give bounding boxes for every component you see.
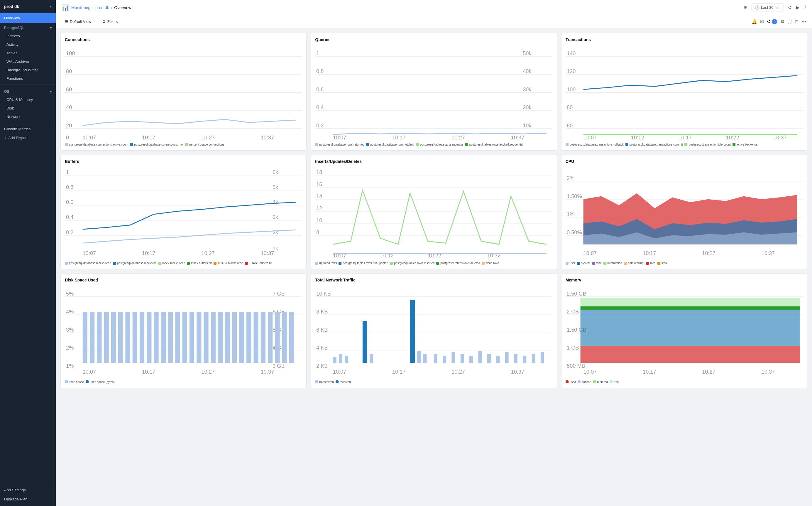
svg-text:5%: 5% [66, 290, 74, 297]
svg-rect-115 [90, 312, 94, 363]
sidebar-item-custom-metrics[interactable]: Custom Metrics [0, 125, 56, 133]
svg-text:0.6: 0.6 [66, 199, 73, 205]
svg-text:2 KB: 2 KB [316, 363, 328, 369]
sidebar-item-upgrade-plan[interactable]: Upgrade Plan [0, 495, 56, 504]
sidebar-item-app-settings[interactable]: App Settings [0, 486, 56, 495]
help-icon[interactable]: ? [804, 5, 806, 10]
play-icon[interactable]: ▶ [796, 5, 799, 10]
time-range-selector[interactable]: 🕐 Last 30 min [751, 4, 784, 11]
svg-rect-136 [239, 312, 244, 363]
chart-connections-area: 100 80 60 40 20 0 10:07 10:17 10:27 10:3… [65, 44, 302, 141]
svg-rect-171 [487, 354, 491, 363]
svg-text:10:17: 10:17 [142, 135, 156, 141]
main-content: 📊 Monitoring › prod db › Overview ⊞ 🕐 La… [56, 0, 812, 506]
svg-text:10:37: 10:37 [761, 250, 775, 256]
breadcrumb-monitoring[interactable]: Monitoring [71, 5, 90, 10]
chart-queries-area: 1 0.8 0.6 0.4 0.2 50k 40k 30k 20k 10k 10… [315, 44, 552, 141]
svg-text:10:37: 10:37 [511, 369, 524, 375]
svg-rect-166 [443, 356, 446, 363]
chart-connections-title: Connections [65, 37, 302, 42]
svg-text:4k: 4k [273, 199, 278, 205]
svg-text:10:07: 10:07 [333, 252, 346, 259]
sidebar-item-cpu-memory[interactable]: CPU & Memory [0, 95, 56, 104]
svg-text:0.4: 0.4 [316, 104, 324, 110]
notification-badge[interactable]: 0 [772, 19, 777, 24]
chart-disk-area: 5% 4% 3% 2% 1% 7 GB 6 GB 5 GB 4 GB 3 GB [65, 285, 302, 378]
chart-cpu-area: 2% 1.50% 1% 0.50% 10:07 10:17 10:27 [566, 166, 803, 259]
svg-rect-134 [225, 312, 230, 363]
bell-icon[interactable]: 🔔 [751, 19, 757, 24]
svg-text:2%: 2% [567, 175, 574, 181]
svg-text:10 KB: 10 KB [316, 290, 331, 297]
dashboard: Connections 100 80 60 40 20 [56, 28, 812, 506]
svg-text:0.2: 0.2 [66, 229, 73, 235]
default-view-button[interactable]: ☰ Default View [62, 18, 94, 25]
svg-text:0.50%: 0.50% [567, 229, 582, 235]
svg-text:10:37: 10:37 [773, 135, 787, 141]
chart-inserts-title: Inserts/Updates/Deletes [315, 159, 552, 164]
svg-rect-132 [211, 312, 216, 363]
chart-network-legend: transmitted received [315, 381, 552, 384]
mail-icon[interactable]: ✉ [760, 19, 764, 24]
sidebar-item-functions[interactable]: Functions [0, 74, 56, 83]
sidebar-item-tables[interactable]: Tables [0, 49, 56, 57]
chart-memory: Memory 2.50 GB 2 GB 1.50 GB 1 GB 500 MB [561, 273, 807, 388]
svg-text:10:27: 10:27 [452, 135, 465, 141]
svg-rect-129 [190, 312, 194, 363]
sidebar-item-disk[interactable]: Disk [0, 104, 56, 112]
chart-cpu-title: CPU [566, 159, 803, 164]
sidebar-item-background-writer[interactable]: Background Writer [0, 66, 56, 74]
sidebar-item-network[interactable]: Network [0, 112, 56, 121]
sidebar-item-activity[interactable]: Activity [0, 40, 56, 49]
chart-transactions-legend: postgresql.database.transactions.rollbac… [566, 143, 803, 146]
svg-text:10:37: 10:37 [511, 135, 524, 141]
refresh-small-icon[interactable]: ↺ [767, 19, 771, 24]
chart-connections-legend: postgresql.database.connections.active.c… [65, 143, 302, 146]
svg-text:1: 1 [66, 169, 69, 175]
svg-text:10:27: 10:27 [201, 250, 215, 256]
sidebar-bottom: App Settings Upgrade Plan [0, 483, 56, 506]
svg-rect-165 [434, 354, 437, 363]
svg-text:10:07: 10:07 [83, 369, 96, 375]
svg-rect-174 [514, 354, 517, 363]
svg-rect-139 [261, 312, 266, 363]
monitor-icon[interactable]: 🖥 [780, 19, 785, 24]
svg-rect-160 [363, 321, 367, 363]
app-logo-icon: 📊 [62, 4, 69, 11]
svg-text:10:12: 10:12 [381, 252, 394, 259]
svg-text:10:37: 10:37 [761, 369, 775, 375]
chart-queries: Queries 1 0.8 0.6 0.4 0.2 50k 4 [311, 33, 557, 151]
svg-text:10:22: 10:22 [428, 252, 441, 259]
svg-text:4 KB: 4 KB [316, 345, 328, 351]
sidebar-db-header[interactable]: prod db ▾ [0, 0, 56, 13]
more-icon[interactable]: ••• [801, 19, 806, 24]
svg-text:10:17: 10:17 [392, 369, 406, 375]
filters-button[interactable]: ⚙ Filters [99, 18, 121, 25]
svg-text:10:07: 10:07 [583, 369, 597, 375]
breadcrumb-arrow-1: › [92, 5, 94, 10]
svg-text:10:17: 10:17 [392, 135, 406, 141]
chart-memory-title: Memory [566, 278, 803, 282]
svg-text:10k: 10k [523, 122, 531, 129]
svg-text:1%: 1% [66, 363, 74, 369]
svg-rect-167 [452, 352, 455, 363]
breadcrumb-db[interactable]: prod db [95, 5, 109, 10]
sidebar-os-section[interactable]: OS ▾ [0, 87, 56, 95]
chart-buffers-area: 1 0.8 0.6 0.4 0.2 6k 5k 4k 3k 2k 1k [65, 166, 302, 259]
chart-queries-title: Queries [315, 37, 552, 42]
sidebar-add-report-button[interactable]: + Add Report [0, 133, 56, 142]
svg-rect-123 [147, 312, 151, 363]
layout-icon[interactable]: ⊟ [795, 19, 799, 24]
breadcrumb: Monitoring › prod db › Overview [71, 5, 131, 10]
sidebar-chevron-icon[interactable]: ▾ [50, 5, 52, 8]
svg-text:40k: 40k [523, 68, 531, 74]
svg-text:10:37: 10:37 [261, 369, 274, 375]
expand-icon[interactable]: ⛶ [787, 19, 792, 24]
sidebar-item-overview[interactable]: Overview [0, 13, 56, 23]
sidebar-postgresql-section[interactable]: PostgreSQL ▾ [0, 23, 56, 32]
grid-icon[interactable]: ⊞ [744, 5, 747, 10]
sidebar-item-wal-archiver[interactable]: WAL Archiver [0, 57, 56, 66]
svg-rect-158 [339, 354, 342, 363]
sidebar-item-indexes[interactable]: Indexes [0, 32, 56, 40]
refresh-icon[interactable]: ↺ [788, 5, 792, 10]
